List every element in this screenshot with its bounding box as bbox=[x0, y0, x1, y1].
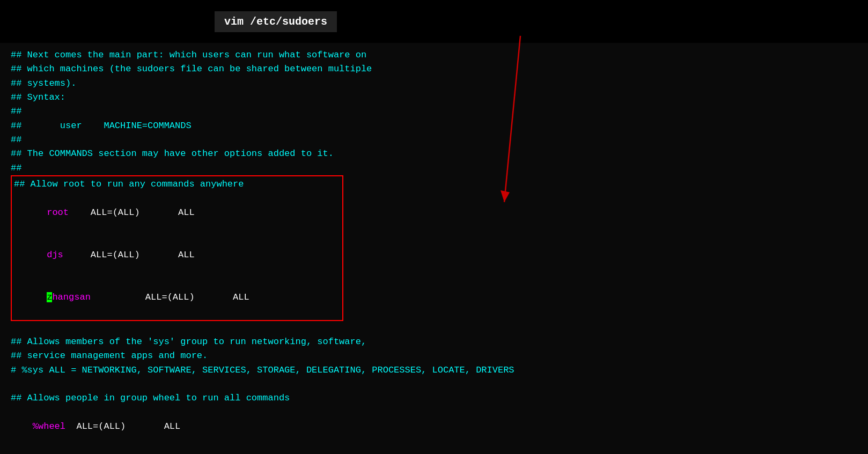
box-line-4: zhangsan ALL=(ALL) ALL bbox=[14, 277, 340, 319]
term-line-5: ## bbox=[11, 105, 857, 118]
wheel-user: %wheel bbox=[33, 421, 65, 431]
box-line-4-user: hangsan bbox=[52, 292, 90, 302]
term-line-6: ## user MACHINE=COMMANDS bbox=[11, 119, 857, 133]
box-line-3: djs ALL=(ALL) ALL bbox=[14, 234, 340, 276]
term-line-14: ## Allows people in group wheel to run a… bbox=[11, 391, 857, 405]
box-line-2-user: root bbox=[47, 207, 69, 218]
term-line-10: ## Allows members of the 'sys' group to … bbox=[11, 335, 857, 349]
box-line-2-rest: ALL=(ALL) ALL bbox=[69, 207, 195, 218]
box-line-2: root ALL=(ALL) ALL bbox=[14, 191, 340, 234]
term-line-8: ## The COMMANDS section may have other o… bbox=[11, 147, 857, 161]
vim-command-box: vim /etc/sudoers bbox=[215, 11, 337, 32]
term-empty-3 bbox=[11, 448, 857, 454]
wheel-rest: ALL=(ALL) ALL bbox=[65, 421, 180, 431]
box-line-1: ## Allow root to run any commands anywhe… bbox=[14, 177, 340, 191]
term-empty-2 bbox=[11, 377, 857, 391]
term-empty-1 bbox=[11, 321, 857, 335]
term-line-11: ## service management apps and more. bbox=[11, 349, 857, 363]
top-annotation-text: 使用vim进入对应文件进行配置 bbox=[380, 15, 511, 28]
term-line-12: # %sys ALL = NETWORKING, SOFTWARE, SERVI… bbox=[11, 363, 857, 377]
term-line-1: ## Next comes the main part: which users… bbox=[11, 48, 857, 62]
highlighted-sudoers-box: ## Allow root to run any commands anywhe… bbox=[11, 175, 343, 321]
box-line-3-user: djs bbox=[47, 250, 63, 260]
top-annotation-bar: vim /etc/sudoers 使用vim进入对应文件进行配置 bbox=[0, 0, 868, 43]
term-line-15: %wheel ALL=(ALL) ALL bbox=[11, 406, 857, 448]
box-line-4-rest: ALL=(ALL) ALL bbox=[91, 292, 249, 302]
box-line-3-rest: ALL=(ALL) ALL bbox=[63, 250, 195, 260]
cursor: z bbox=[47, 292, 52, 302]
term-line-7: ## bbox=[11, 133, 857, 147]
terminal: ## Next comes the main part: which users… bbox=[0, 43, 868, 454]
term-line-3: ## systems). bbox=[11, 77, 857, 91]
term-line-2: ## which machines (the sudoers file can … bbox=[11, 62, 857, 76]
term-line-4: ## Syntax: bbox=[11, 91, 857, 105]
term-line-9: ## bbox=[11, 161, 857, 175]
